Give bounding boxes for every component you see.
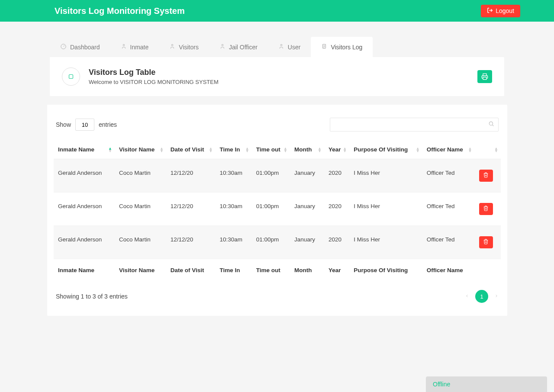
cell-actions <box>475 159 501 193</box>
showing-text: Showing 1 to 3 of 3 entries <box>56 293 128 300</box>
cell-officer: Officer Ted <box>422 159 475 193</box>
cell-year: 2020 <box>324 226 349 259</box>
cell-inmate: Gerald Anderson <box>54 159 115 193</box>
column-footer: Time out <box>252 259 290 282</box>
column-footer: Date of Visit <box>166 259 216 282</box>
tab-label: Jail Officer <box>229 44 258 51</box>
person-icon <box>278 43 284 51</box>
entries-label: entries <box>99 121 117 128</box>
entries-input[interactable] <box>75 119 94 131</box>
tab-visitors[interactable]: Visitors <box>159 37 209 57</box>
cell-purpose: I Miss Her <box>349 159 422 193</box>
sort-icon: ▲▼ <box>209 147 213 152</box>
logout-icon <box>487 7 493 15</box>
cell-in: 10:30am <box>215 226 251 259</box>
cell-visitor: Coco Martin <box>115 159 166 193</box>
table-footer: Showing 1 to 3 of 3 entries 1 <box>54 281 501 303</box>
delete-button[interactable] <box>479 236 493 248</box>
page-subtitle: Welcome to VISITOR LOG MONITORING SYSTEM <box>89 79 219 85</box>
tab-label: User <box>288 44 301 51</box>
svg-point-4 <box>222 44 223 46</box>
cell-month: January <box>290 159 324 193</box>
table-row: Gerald AndersonCoco Martin12/12/2010:30a… <box>54 159 501 193</box>
entries-selector: Show entries <box>56 119 117 131</box>
column-header[interactable]: Year▲▼ <box>324 140 349 159</box>
tab-jail-officer[interactable]: Jail Officer <box>209 37 268 57</box>
cell-actions <box>475 193 501 226</box>
topbar: Visitors Log Monitoring System Logout <box>0 0 554 22</box>
table-row: Gerald AndersonCoco Martin12/12/2010:30a… <box>54 193 501 226</box>
tab-label: Visitors Log <box>331 44 362 51</box>
sort-icon: ▲▼ <box>468 147 472 152</box>
cell-year: 2020 <box>324 159 349 193</box>
column-header[interactable]: Officer Name▲▼ <box>422 140 475 159</box>
table-footer-row: Inmate NameVisitor NameDate of VisitTime… <box>54 259 501 282</box>
column-header[interactable]: Visitor Name▲▼ <box>115 140 166 159</box>
trash-icon <box>483 172 489 179</box>
person-icon <box>219 43 225 51</box>
next-page-button[interactable] <box>494 293 499 300</box>
dashboard-icon <box>60 43 67 51</box>
column-header[interactable]: Date of Visit▲▼ <box>166 140 216 159</box>
app-title: Visitors Log Monitoring System <box>55 6 185 16</box>
tab-dashboard[interactable]: Dashboard <box>50 37 110 57</box>
column-header[interactable]: Month▲▼ <box>290 140 324 159</box>
search-input[interactable] <box>330 118 499 132</box>
page-1-button[interactable]: 1 <box>475 290 488 303</box>
sort-icon: ▲▼ <box>160 147 164 152</box>
cell-purpose: I Miss Her <box>349 226 422 259</box>
search-wrap <box>330 118 499 132</box>
person-icon <box>169 43 175 51</box>
sort-icon: ▲▼ <box>283 147 287 152</box>
prev-page-button[interactable] <box>465 293 469 300</box>
table-body: Gerald AndersonCoco Martin12/12/2010:30a… <box>54 159 501 259</box>
column-footer: Year <box>324 259 349 282</box>
table-header-row: Inmate Name▲▼Visitor Name▲▼Date of Visit… <box>54 140 501 159</box>
svg-point-3 <box>172 44 174 46</box>
table-card: Show entries Inmate Name▲▼Visitor Name▲▼… <box>47 105 507 316</box>
main-container: DashboardInmateVisitorsJail OfficerUserV… <box>50 37 504 316</box>
cell-inmate: Gerald Anderson <box>54 193 115 226</box>
delete-button[interactable] <box>479 170 493 182</box>
column-header[interactable]: Purpose Of Visiting▲▼ <box>349 140 422 159</box>
cell-out: 01:00pm <box>252 159 290 193</box>
print-button[interactable] <box>477 70 492 83</box>
column-footer: Time In <box>215 259 251 282</box>
cell-actions <box>475 226 501 259</box>
tab-label: Visitors <box>179 44 199 51</box>
tab-user[interactable]: User <box>268 37 311 57</box>
column-footer: Inmate Name <box>54 259 115 282</box>
tab-label: Inmate <box>130 44 149 51</box>
cell-month: January <box>290 193 324 226</box>
column-header[interactable]: Inmate Name▲▼ <box>54 140 115 159</box>
panel-icon <box>62 67 80 86</box>
offline-label: Offline <box>433 381 450 388</box>
logout-button[interactable]: Logout <box>481 5 520 17</box>
svg-point-2 <box>123 44 125 46</box>
column-header[interactable]: Time In▲▼ <box>215 140 251 159</box>
column-header-actions[interactable]: ▲▼ <box>475 140 501 159</box>
cell-date: 12/12/20 <box>166 193 216 226</box>
cell-year: 2020 <box>324 193 349 226</box>
column-footer: Visitor Name <box>115 259 166 282</box>
sort-icon: ▲▼ <box>494 147 498 152</box>
table-row: Gerald AndersonCoco Martin12/12/2010:30a… <box>54 226 501 259</box>
column-footer: Purpose Of Visiting <box>349 259 422 282</box>
tab-inmate[interactable]: Inmate <box>110 37 159 57</box>
tabs: DashboardInmateVisitorsJail OfficerUserV… <box>50 37 504 57</box>
sort-icon: ▲▼ <box>416 147 420 152</box>
cell-officer: Officer Ted <box>422 193 475 226</box>
person-icon <box>121 43 127 51</box>
svg-point-5 <box>280 44 282 46</box>
tab-visitors-log[interactable]: Visitors Log <box>311 37 373 57</box>
offline-status-bar[interactable]: Offline <box>426 376 547 392</box>
show-label: Show <box>56 121 71 128</box>
clipboard-icon <box>321 43 327 51</box>
cell-inmate: Gerald Anderson <box>54 226 115 259</box>
column-header[interactable]: Time out▲▼ <box>252 140 290 159</box>
trash-icon <box>483 239 489 246</box>
delete-button[interactable] <box>479 203 493 215</box>
sort-icon: ▲▼ <box>318 147 322 152</box>
sort-icon: ▲▼ <box>108 147 112 152</box>
visitors-table: Inmate Name▲▼Visitor Name▲▼Date of Visit… <box>54 140 501 281</box>
